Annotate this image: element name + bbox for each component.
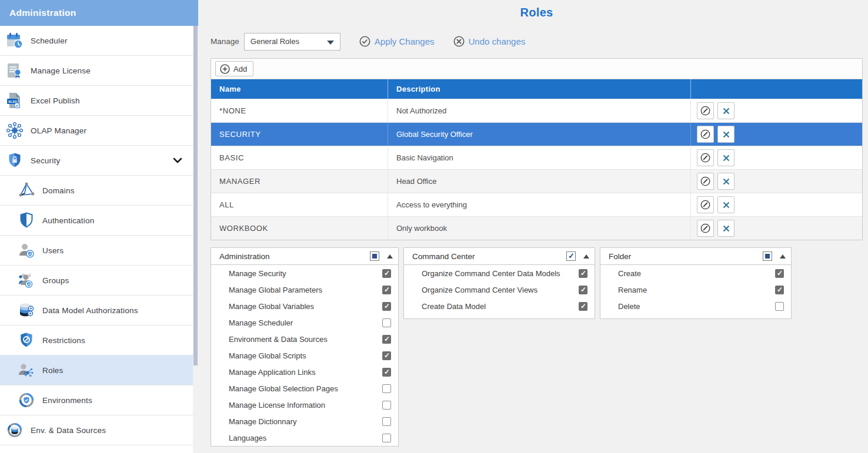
sidebar-item-label: Data Model Authorizations [42, 306, 138, 315]
pencil-circle-icon [700, 106, 710, 116]
apply-changes-button[interactable]: Apply Changes [359, 36, 435, 47]
checkbox[interactable] [579, 286, 587, 294]
checkbox[interactable] [382, 401, 391, 410]
permission-item: Manage Global Selection Pages [211, 380, 398, 397]
table-row[interactable]: ALL Access to everything [211, 193, 862, 216]
checkbox[interactable] [382, 417, 391, 426]
panel-folder: Folder Create Rename Delete [600, 247, 792, 319]
panel-administration: Administration Manage Security Manage Gl… [211, 247, 399, 447]
sidebar-item-label: Scheduler [31, 36, 68, 45]
column-header-name[interactable]: Name [211, 79, 388, 99]
undo-changes-button[interactable]: Undo changes [453, 36, 526, 47]
sidebar-item-data-model-authorizations[interactable]: Data Model Authorizations [0, 296, 193, 326]
checkbox[interactable] [382, 302, 391, 311]
edit-role-button[interactable] [697, 196, 714, 213]
pencil-circle-icon [700, 200, 710, 210]
sidebar-scrollbar[interactable] [193, 26, 198, 453]
sidebar-item-groups[interactable]: Groups [0, 266, 193, 296]
sidebar-item-label: Security [31, 156, 60, 165]
permission-item: Create [600, 265, 791, 281]
edit-role-button[interactable] [697, 149, 714, 166]
table-row[interactable]: BASIC Basic Navigation [211, 146, 862, 169]
permission-item: Create Data Model [404, 298, 595, 314]
table-row[interactable]: WORKBOOK Only workbook [211, 216, 862, 240]
checkbox[interactable] [382, 335, 391, 344]
checkbox[interactable] [382, 269, 391, 278]
controls-row: Manage General Roles Apply Changes Undo … [211, 32, 863, 51]
edit-role-button[interactable] [697, 126, 714, 143]
panel-title: Folder [609, 252, 763, 261]
x-icon [722, 154, 730, 162]
sidebar-items: Scheduler Manage License XLSX Excel Publ… [0, 26, 193, 453]
page-title: Roles [211, 6, 863, 19]
checkbox[interactable] [382, 384, 391, 393]
pencil-circle-icon [700, 176, 710, 186]
delete-role-button[interactable] [717, 220, 735, 237]
column-header-description[interactable]: Description [388, 79, 690, 99]
sidebar-item-security[interactable]: Security [0, 146, 193, 176]
checkbox[interactable] [382, 286, 391, 294]
sidebar-item-users[interactable]: Users [0, 236, 193, 266]
collapse-icon[interactable] [583, 254, 589, 259]
edit-role-button[interactable] [697, 220, 714, 237]
table-row[interactable]: MANAGER Head Office [211, 169, 862, 193]
chevron-down-icon[interactable] [173, 155, 182, 166]
select-all-checkbox[interactable] [370, 251, 379, 261]
svg-text:XLSX: XLSX [8, 100, 17, 103]
sidebar-item-env-data-sources[interactable]: Env. & Data Sources [0, 415, 193, 445]
delete-role-button[interactable] [717, 196, 735, 213]
apply-changes-label: Apply Changes [375, 36, 435, 46]
delete-role-button[interactable] [717, 126, 735, 143]
table-row-selected[interactable]: SECURITY Global Security Officer [211, 122, 862, 146]
x-icon [722, 201, 730, 209]
checkbox[interactable] [775, 302, 784, 311]
x-icon [722, 224, 730, 233]
roles-icon [18, 361, 35, 379]
checkbox[interactable] [579, 269, 587, 278]
delete-role-button[interactable] [717, 173, 735, 190]
sidebar-scrollbar-thumb[interactable] [193, 26, 198, 365]
excel-publish-icon: XLSX [6, 92, 24, 109]
delete-role-button[interactable] [717, 102, 735, 119]
sidebar-item-label: Restrictions [42, 336, 85, 345]
sidebar-item-restrictions[interactable]: Restrictions [0, 326, 193, 355]
sidebar-item-scheduler[interactable]: Scheduler [0, 26, 193, 56]
checkbox[interactable] [775, 286, 784, 294]
caret-down-icon [327, 36, 334, 47]
sidebar-item-label: Groups [42, 276, 69, 285]
collapse-icon[interactable] [387, 254, 393, 259]
sidebar-item-excel-publish[interactable]: XLSX Excel Publish [0, 86, 193, 116]
permission-item: Manage Security [211, 265, 398, 281]
sidebar-item-olap-manager[interactable]: OLAP Manager [0, 116, 193, 146]
environments-icon [18, 391, 35, 409]
manage-roles-select[interactable]: General Roles [244, 33, 340, 51]
sidebar-item-environments[interactable]: Environments [0, 385, 193, 415]
users-icon [18, 241, 35, 259]
role-description-cell: Head Office [388, 170, 690, 193]
sidebar-item-domains[interactable]: Domains [0, 176, 193, 206]
checkbox[interactable] [382, 318, 391, 327]
collapse-icon[interactable] [780, 254, 786, 259]
add-button[interactable]: Add [215, 61, 253, 76]
sidebar-item-manage-license[interactable]: Manage License [0, 56, 193, 86]
sidebar-item-roles[interactable]: Roles [0, 355, 193, 385]
checkbox[interactable] [382, 351, 391, 360]
pencil-circle-icon [700, 223, 710, 233]
add-button-label: Add [233, 65, 247, 73]
table-row[interactable]: *NONE Not Authorized [211, 99, 862, 122]
checkbox[interactable] [382, 434, 391, 442]
sidebar-item-label: Manage License [31, 66, 91, 75]
permission-panels: Administration Manage Security Manage Gl… [211, 247, 863, 447]
delete-role-button[interactable] [717, 149, 735, 166]
select-all-checkbox[interactable] [566, 251, 576, 261]
checkbox[interactable] [382, 368, 391, 377]
edit-role-button[interactable] [697, 102, 714, 119]
select-all-checkbox[interactable] [763, 251, 772, 261]
checkbox[interactable] [775, 269, 784, 278]
checkbox[interactable] [579, 302, 587, 311]
permission-item: Manage License Information [211, 397, 398, 413]
permission-item: Manage Scheduler [211, 314, 398, 331]
permission-item: Organize Command Center Views [404, 281, 595, 298]
edit-role-button[interactable] [697, 173, 714, 190]
sidebar-item-authentication[interactable]: Authentication [0, 206, 193, 236]
